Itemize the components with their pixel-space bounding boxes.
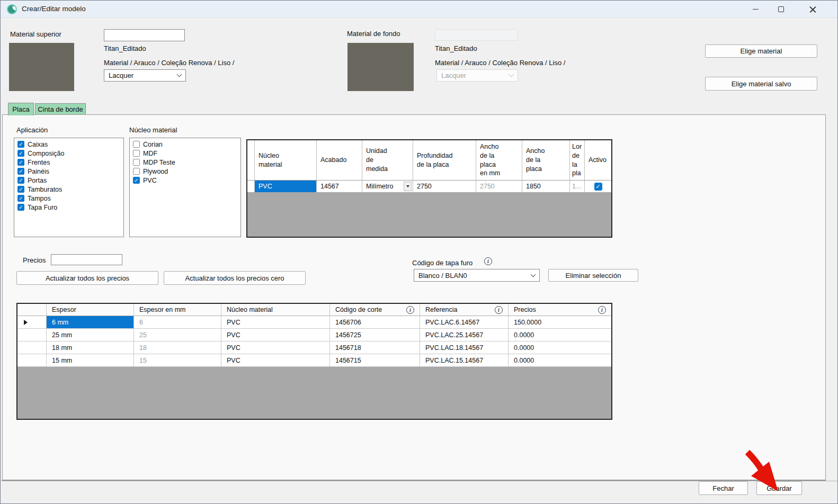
core-item-pvc[interactable]: PVC <box>131 176 239 185</box>
material-superior-label: Material superior <box>10 30 61 38</box>
application-item-tamburatos[interactable]: Tamburatos <box>15 185 122 194</box>
application-item-frentes[interactable]: Frentes <box>15 158 122 167</box>
info-icon[interactable]: i <box>598 306 606 314</box>
dropdown-button-icon[interactable] <box>404 182 412 191</box>
cell-espesor[interactable]: 15 mm <box>47 354 134 366</box>
row-selector-cell[interactable] <box>17 316 47 328</box>
eliminar-seleccion-button[interactable]: Eliminar selección <box>548 269 638 282</box>
cell-ancho[interactable]: 1850 <box>522 181 570 192</box>
activo-checkbox-icon[interactable] <box>594 183 602 191</box>
cell-nucleo-material[interactable]: PVC <box>255 181 317 192</box>
cell-referencia[interactable]: PVC.LAC.25.14567 <box>420 329 509 341</box>
tab-cinta-de-borde[interactable]: Cinta de borde <box>35 103 86 115</box>
table-row[interactable]: 18 mm18PVC1456718PVC.LAC.18.145670.0000 <box>17 341 611 354</box>
aplicacion-listbox[interactable]: CaixasComposiçãoFrentesPainéisPortasTamb… <box>14 138 124 237</box>
core-item-plywood[interactable]: Plywood <box>131 167 239 176</box>
application-item-caixas[interactable]: Caixas <box>15 140 122 149</box>
row-selector-header <box>17 304 47 316</box>
plate-table-row[interactable]: PVC 14567 Milímetro 2750 2750 1850 1... <box>247 181 611 192</box>
cell-precios[interactable]: 0.0000 <box>509 341 611 354</box>
elige-material-button[interactable]: Elige material <box>705 44 817 58</box>
application-item-portas[interactable]: Portas <box>15 176 122 185</box>
cell-precios[interactable]: 150.0000 <box>509 316 611 328</box>
core-item-mdf[interactable]: MDF <box>131 149 239 158</box>
table-row[interactable]: 25 mm25PVC1456725PVC.LAC.25.145670.0000 <box>17 329 611 341</box>
cell-referencia[interactable]: PVC.LAC.18.14567 <box>420 341 509 354</box>
cell-nucleo-material[interactable]: PVC <box>221 329 330 341</box>
row-selector-cell[interactable] <box>17 329 47 341</box>
checkbox-icon[interactable] <box>133 177 140 184</box>
cell-activo[interactable] <box>585 181 611 192</box>
cell-codigo-de-corte[interactable]: 1456725 <box>330 329 420 341</box>
info-icon[interactable]: i <box>406 306 414 314</box>
thickness-table-body: 6 mm6PVC1456706PVC.LAC.6.14567150.000025… <box>17 316 611 367</box>
cell-codigo-de-corte[interactable]: 1456706 <box>330 316 420 328</box>
checkbox-icon[interactable] <box>133 150 140 157</box>
col-activo: Activo <box>585 140 611 180</box>
core-item-corian[interactable]: Corian <box>131 140 239 149</box>
cell-espesor-mm[interactable]: 15 <box>134 354 221 366</box>
material-superior-finish-select[interactable]: Lacquer <box>104 69 186 82</box>
cell-codigo-de-corte[interactable]: 1456715 <box>330 354 420 366</box>
checkbox-icon[interactable] <box>133 168 140 175</box>
minimize-button[interactable] <box>744 1 768 18</box>
cell-espesor-mm[interactable]: 25 <box>134 329 221 341</box>
row-selector-cell[interactable] <box>17 341 47 354</box>
cell-precios[interactable]: 0.0000 <box>509 354 611 366</box>
material-superior-name-input[interactable] <box>104 29 185 41</box>
cell-precios[interactable]: 0.0000 <box>509 329 611 341</box>
cell-nucleo-material[interactable]: PVC <box>221 354 330 366</box>
checkbox-icon[interactable] <box>17 168 24 175</box>
elige-material-salvo-button[interactable]: Elige material salvo <box>705 77 817 91</box>
dialog-window: Crear/Editar modelo Material superior Ti… <box>0 0 838 504</box>
cell-nucleo-material[interactable]: PVC <box>221 316 330 328</box>
application-item-composi-o[interactable]: Composição <box>15 149 122 158</box>
cell-codigo-de-corte[interactable]: 1456718 <box>330 341 420 354</box>
checkbox-icon[interactable] <box>17 141 24 148</box>
finish-value: Lacquer <box>441 71 466 79</box>
info-icon[interactable]: i <box>484 257 492 265</box>
checkbox-icon[interactable] <box>17 186 24 193</box>
cell-unidad-select[interactable]: Milímetro <box>362 181 413 192</box>
cell-espesor[interactable]: 6 mm <box>47 316 134 328</box>
tab-placa[interactable]: Placa <box>8 103 34 115</box>
row-selector-cell[interactable] <box>17 354 47 366</box>
checkbox-icon[interactable] <box>17 195 24 202</box>
checkbox-label: Painéis <box>28 168 49 175</box>
cell-acabado[interactable]: 14567 <box>317 181 362 192</box>
application-item-tapa-furo[interactable]: Tapa Furo <box>15 203 122 212</box>
application-item-pain-is[interactable]: Painéis <box>15 167 122 176</box>
cell-espesor[interactable]: 18 mm <box>47 341 134 354</box>
cell-nucleo-material[interactable]: PVC <box>221 341 330 354</box>
col-referencia: Referenciai <box>420 304 509 316</box>
checkbox-icon[interactable] <box>17 177 24 184</box>
checkbox-icon[interactable] <box>133 141 140 148</box>
nucleo-material-listbox[interactable]: CorianMDFMDP TestePlywoodPVC <box>129 138 241 237</box>
actualizar-precios-button[interactable]: Actualizar todos los precios <box>16 271 158 285</box>
row-header-cell[interactable] <box>247 181 255 192</box>
core-item-mdp-teste[interactable]: MDP Teste <box>131 158 239 167</box>
cell-espesor[interactable]: 25 mm <box>47 329 134 341</box>
application-item-tampos[interactable]: Tampos <box>15 194 122 203</box>
table-row[interactable]: 6 mm6PVC1456706PVC.LAC.6.14567150.0000 <box>17 316 611 329</box>
table-row[interactable]: 15 mm15PVC1456715PVC.LAC.15.145670.0000 <box>17 354 611 367</box>
checkbox-icon[interactable] <box>17 150 24 157</box>
cell-espesor-mm[interactable]: 6 <box>134 316 221 328</box>
close-button[interactable] <box>801 1 825 18</box>
info-icon[interactable]: i <box>495 306 503 314</box>
guardar-button[interactable]: Guardar <box>756 481 802 495</box>
cell-referencia[interactable]: PVC.LAC.15.14567 <box>420 354 509 366</box>
codigo-tapa-furo-select[interactable]: Blanco / BLAN0 <box>414 269 540 282</box>
cell-profundidad[interactable]: 2750 <box>413 181 476 192</box>
fechar-button[interactable]: Fechar <box>699 481 748 495</box>
checkbox-icon[interactable] <box>17 159 24 166</box>
precios-input[interactable] <box>51 254 122 265</box>
checkbox-icon[interactable] <box>17 204 24 211</box>
checkbox-icon[interactable] <box>133 159 140 166</box>
actualizar-precios-cero-button[interactable]: Actualizar todos los precios cero <box>164 271 306 285</box>
maximize-button[interactable] <box>769 1 793 18</box>
cell-referencia[interactable]: PVC.LAC.6.14567 <box>420 316 509 328</box>
finish-value: Lacquer <box>109 71 133 79</box>
cell-espesor-mm[interactable]: 18 <box>134 341 221 354</box>
precios-label: Precios <box>23 256 46 264</box>
